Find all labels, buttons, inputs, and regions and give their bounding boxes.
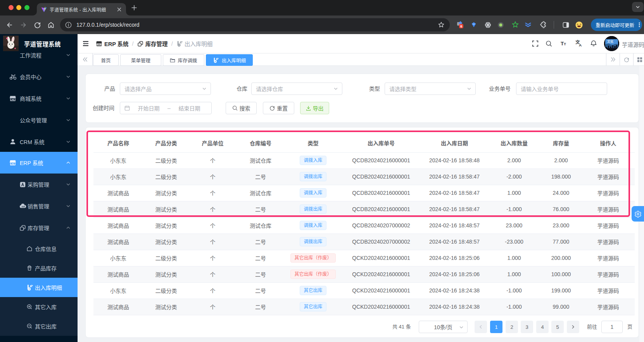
svg-text:T: T bbox=[564, 42, 566, 46]
svg-text:文化: 文化 bbox=[607, 40, 613, 43]
svg-text:6: 6 bbox=[460, 24, 462, 28]
svg-text:A: A bbox=[579, 43, 582, 47]
